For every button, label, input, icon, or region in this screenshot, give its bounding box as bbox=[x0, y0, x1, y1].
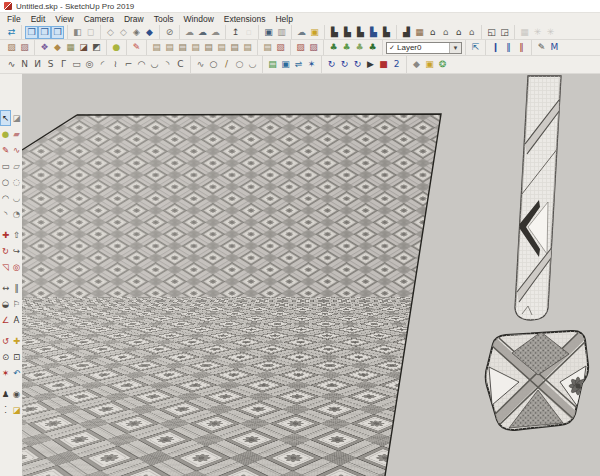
material-4-icon[interactable]: ▤ bbox=[189, 41, 202, 54]
burst-icon[interactable]: ✶ bbox=[305, 58, 318, 71]
bezier-reverse-icon[interactable]: И bbox=[31, 58, 44, 71]
corner-line-icon[interactable]: ⌐ bbox=[122, 58, 135, 71]
paint-bucket-icon[interactable]: ● bbox=[0, 126, 11, 142]
dimension-icon[interactable]: ‖ bbox=[11, 280, 22, 296]
share-disabled-icon[interactable]: ▫ bbox=[242, 26, 255, 39]
menu-item-edit[interactable]: Edit bbox=[26, 13, 51, 25]
position-camera-icon[interactable]: ♟ bbox=[0, 386, 11, 402]
lock-small-icon[interactable]: ▣ bbox=[423, 58, 436, 71]
menu-item-view[interactable]: View bbox=[50, 13, 78, 25]
eraser-icon[interactable]: ▰ bbox=[11, 126, 22, 142]
tile-cushion[interactable] bbox=[482, 327, 592, 435]
cloud-dark-icon[interactable]: ☁ bbox=[196, 26, 209, 39]
protractor-icon[interactable]: ◒ bbox=[0, 296, 11, 312]
arc-upper-right-icon[interactable]: ◝ bbox=[161, 58, 174, 71]
offset-icon[interactable]: ◎ bbox=[11, 259, 22, 275]
arc-upper-left-icon[interactable]: ◜ bbox=[96, 58, 109, 71]
spiral-2-icon[interactable]: ↻ bbox=[338, 58, 351, 71]
dim-double-icon[interactable]: ‖ bbox=[502, 41, 515, 54]
shield-icon[interactable]: ◆ bbox=[410, 58, 423, 71]
truck-4-icon[interactable]: ▙ bbox=[367, 26, 380, 39]
truck-3-icon[interactable]: ▙ bbox=[354, 26, 367, 39]
style-shaded-textures-icon[interactable]: ◆ bbox=[143, 26, 156, 39]
component-view-2-icon[interactable]: ❒ bbox=[38, 26, 51, 39]
text-icon[interactable]: ⚐ bbox=[11, 296, 22, 312]
material-1-icon[interactable]: ▤ bbox=[150, 41, 163, 54]
cube-shaded-icon[interactable]: ◧ bbox=[71, 26, 84, 39]
stop-icon[interactable]: ■ bbox=[377, 58, 390, 71]
cloud-download-icon[interactable]: ☁ bbox=[209, 26, 222, 39]
truck-2-icon[interactable]: ▙ bbox=[341, 26, 354, 39]
asset-brown-icon[interactable]: ◪ bbox=[77, 41, 90, 54]
pan-icon[interactable]: ✚ bbox=[11, 333, 22, 349]
arc-bottom-icon[interactable]: ◡ bbox=[148, 58, 161, 71]
scale-icon[interactable]: ◹ bbox=[0, 259, 11, 275]
leaf-balloon-icon[interactable]: ● bbox=[110, 41, 123, 54]
circle-icon[interactable]: ○ bbox=[0, 174, 11, 190]
dim-single-icon[interactable]: ❙ bbox=[489, 41, 502, 54]
photo-texture-2-icon[interactable]: ▨ bbox=[18, 41, 31, 54]
previous-icon[interactable]: ↶ bbox=[11, 365, 22, 381]
gear-disabled-1-icon[interactable]: ✳ bbox=[531, 26, 544, 39]
menu-item-window[interactable]: Window bbox=[179, 13, 219, 25]
material-3-icon[interactable]: ▤ bbox=[176, 41, 189, 54]
circle-target-icon[interactable]: ◎ bbox=[83, 58, 96, 71]
twisted-column[interactable] bbox=[510, 74, 566, 324]
layers-combobox[interactable]: ✓Layer0▼ bbox=[386, 42, 462, 54]
pencil-tool-icon[interactable]: ✎ bbox=[535, 41, 548, 54]
sphere-green-icon[interactable]: ❂ bbox=[436, 58, 449, 71]
truck-5-icon[interactable]: ▙ bbox=[380, 26, 393, 39]
asset-gold-icon[interactable]: ◆ bbox=[51, 41, 64, 54]
make-component-icon[interactable]: ◪ bbox=[11, 110, 22, 126]
no-entry-icon[interactable]: ⊘ bbox=[163, 26, 176, 39]
rectangle-icon[interactable]: ▭ bbox=[0, 158, 11, 174]
shed-icon[interactable]: ⌂ bbox=[439, 26, 452, 39]
wave-curve-icon[interactable]: ≀ bbox=[109, 58, 122, 71]
gear-disabled-2-icon[interactable]: ✳ bbox=[544, 26, 557, 39]
tape-measure-icon[interactable]: ↔ bbox=[0, 280, 11, 296]
menu-item-file[interactable]: File bbox=[2, 13, 26, 25]
component-view-3-icon[interactable]: ❒ bbox=[51, 26, 64, 39]
component-link-2-icon[interactable]: ◲ bbox=[498, 26, 511, 39]
exchange-arrows-icon[interactable]: ⇄ bbox=[5, 26, 18, 39]
texture-red-2-icon[interactable]: ▨ bbox=[307, 41, 320, 54]
zoom-window-icon[interactable]: ⊡ bbox=[11, 349, 22, 365]
export-scene-icon[interactable]: ⇱ bbox=[469, 41, 482, 54]
line-icon[interactable]: ✎ bbox=[0, 142, 11, 158]
orbit-icon[interactable]: ↺ bbox=[0, 333, 11, 349]
circle-outline-icon[interactable]: ○ bbox=[207, 58, 220, 71]
menu-item-help[interactable]: Help bbox=[270, 13, 297, 25]
hand-truck-icon[interactable]: ▟ bbox=[400, 26, 413, 39]
texture-red-1-icon[interactable]: ▨ bbox=[294, 41, 307, 54]
arc-icon[interactable]: ◠ bbox=[0, 190, 11, 206]
rotate-icon[interactable]: ↻ bbox=[0, 243, 11, 259]
loop-tool-icon[interactable]: ○ bbox=[233, 58, 246, 71]
photo-texture-1-icon[interactable]: ▨ bbox=[5, 41, 18, 54]
asset-purple-icon[interactable]: ❖ bbox=[38, 41, 51, 54]
select-icon[interactable]: ↖ bbox=[0, 110, 11, 126]
axes-icon[interactable]: ∠ bbox=[0, 312, 11, 328]
menu-item-camera[interactable]: Camera bbox=[79, 13, 119, 25]
monitor-alt-icon[interactable]: ▥ bbox=[275, 26, 288, 39]
shrub-icon[interactable]: ♣ bbox=[353, 41, 366, 54]
spiral-1-icon[interactable]: ↻ bbox=[325, 58, 338, 71]
freehand-zigzag-icon[interactable]: ∿ bbox=[5, 58, 18, 71]
follow-me-icon[interactable]: ↪ bbox=[11, 243, 22, 259]
crate-icon[interactable]: ▦ bbox=[413, 26, 426, 39]
red-pencil-icon[interactable]: ✎ bbox=[130, 41, 143, 54]
house-2-icon[interactable]: ⌂ bbox=[452, 26, 465, 39]
freehand-icon[interactable]: ∿ bbox=[11, 142, 22, 158]
push-pull-icon[interactable]: ⇧ bbox=[11, 227, 22, 243]
bezier-n-icon[interactable]: N bbox=[18, 58, 31, 71]
zoom-extents-icon[interactable]: ✶ bbox=[0, 365, 11, 381]
barn-icon[interactable]: ⌂ bbox=[465, 26, 478, 39]
zoom-icon[interactable]: ⊙ bbox=[0, 349, 11, 365]
cloud-lock-icon[interactable]: ☁ bbox=[295, 26, 308, 39]
film-strip-icon[interactable]: ▤ bbox=[266, 58, 279, 71]
house-1-icon[interactable]: ⌂ bbox=[426, 26, 439, 39]
material-8-icon[interactable]: ▤ bbox=[241, 41, 254, 54]
material-red-icon[interactable]: ▧ bbox=[274, 41, 287, 54]
asset-olive-icon[interactable]: ▦ bbox=[64, 41, 77, 54]
wrench-icon[interactable]: / bbox=[220, 58, 233, 71]
rotated-rectangle-icon[interactable]: ▱ bbox=[11, 158, 22, 174]
